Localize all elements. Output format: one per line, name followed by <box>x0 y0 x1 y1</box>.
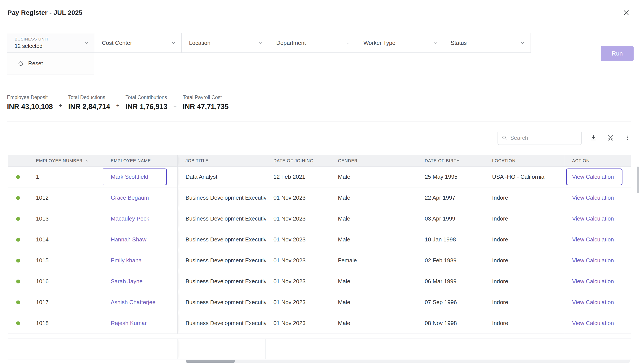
column-header-label: EMPLOYEE NAME <box>111 158 151 163</box>
chevron-down-icon <box>258 40 263 46</box>
plus-operator: + <box>116 102 119 109</box>
cost-center-filter[interactable]: Cost Center <box>94 33 182 52</box>
table-row[interactable]: 1017 Ashish Chatterjee Business Developm… <box>8 292 631 313</box>
view-calculation-link[interactable]: View Calculation <box>572 299 614 306</box>
employee-name-cell[interactable]: Grace Begaum <box>103 188 178 208</box>
action-cell[interactable]: View Calculation <box>564 271 631 292</box>
chevron-down-icon <box>345 40 351 46</box>
gender-column-header[interactable]: GENDER <box>330 155 417 166</box>
action-cell[interactable]: View Calculation <box>564 292 631 312</box>
employee-name-cell[interactable]: Ashish Chatterjee <box>103 292 178 312</box>
view-calculation-link[interactable]: View Calculation <box>572 174 614 180</box>
employee-name-cell[interactable]: Macauley Peck <box>103 208 178 229</box>
employee-name-link[interactable]: Mark Scottfield <box>111 174 148 180</box>
action-cell[interactable]: View Calculation <box>564 188 631 208</box>
table-row[interactable]: 1012 Grace Begaum Business Development E… <box>8 188 631 208</box>
date-of-joining-cell: 01 Nov 2023 <box>266 229 330 250</box>
location-column-header[interactable]: LOCATION <box>484 155 564 166</box>
gender-cell: Male <box>330 166 417 187</box>
table-row[interactable]: 1014 Hannah Shaw Business Development Ex… <box>8 229 631 250</box>
table-row[interactable]: 1015 Emily khana Business Development Ex… <box>8 250 631 271</box>
employee-name-link[interactable]: Emily khana <box>111 257 142 264</box>
gender-cell: Male <box>330 208 417 229</box>
department-filter[interactable]: Department <box>269 33 356 52</box>
vertical-scrollbar-thumb[interactable] <box>637 166 639 193</box>
view-calculation-link[interactable]: View Calculation <box>572 215 614 222</box>
reset-button[interactable]: Reset <box>7 53 94 74</box>
job-title-cell: Business Development Executive <box>178 292 266 312</box>
employee-number-column-header[interactable]: EMPLOYEE NUMBER <box>28 155 103 166</box>
employee-name-cell[interactable]: Hannah Shaw <box>103 229 178 250</box>
status-cell <box>8 229 28 250</box>
action-cell[interactable]: View Calculation <box>564 250 631 271</box>
employee-name-cell[interactable]: Rajesh Kumar <box>103 313 178 334</box>
employee-name-cell[interactable]: Sarah Jayne <box>103 271 178 292</box>
employee-name-link[interactable]: Sarah Jayne <box>111 278 143 285</box>
date-of-joining-column-header[interactable]: DATE OF JOINING <box>266 155 330 166</box>
action-cell[interactable]: View Calculation <box>564 229 631 250</box>
view-calculation-link[interactable]: View Calculation <box>572 194 614 201</box>
summary-value: INR 47,71,735 <box>183 102 229 111</box>
chevron-down-icon <box>84 40 89 46</box>
view-calculation-link[interactable]: View Calculation <box>572 257 614 264</box>
view-calculation-link[interactable]: View Calculation <box>572 278 614 285</box>
date-of-joining-cell: 01 Nov 2023 <box>266 188 330 208</box>
job-title-cell: Business Development Executive <box>178 208 266 229</box>
summary-label: Total Deductions <box>68 94 110 100</box>
action-cell[interactable]: View Calculation <box>564 208 631 229</box>
business-unit-label: BUSINESS UNIT <box>15 37 49 42</box>
action-cell[interactable]: View Calculation <box>564 166 631 187</box>
table-row[interactable]: 1016 Sarah Jayne Business Development Ex… <box>8 271 631 292</box>
column-header-label: DATE OF BIRTH <box>425 158 460 163</box>
job-title-cell: Business Development Executive <box>178 250 266 271</box>
download-button[interactable] <box>588 132 599 143</box>
date-of-birth-cell: 06 Mar 1999 <box>417 271 484 292</box>
status-dot <box>16 259 20 262</box>
summary-value: INR 2,84,714 <box>68 102 110 111</box>
table-row[interactable]: 1 Mark Scottfield Data Analyst 12 Feb 20… <box>8 166 631 188</box>
date-of-joining-cell: 01 Nov 2023 <box>266 250 330 271</box>
search-box[interactable] <box>498 131 582 145</box>
employee-name-cell[interactable]: Emily khana <box>103 250 178 271</box>
horizontal-scrollbar-thumb[interactable] <box>186 360 235 363</box>
employee-name-link[interactable]: Ashish Chatterjee <box>111 299 155 306</box>
close-button[interactable] <box>620 7 632 18</box>
status-dot <box>16 280 20 284</box>
action-cell[interactable]: View Calculation <box>564 313 631 334</box>
date-of-birth-column-header[interactable]: DATE OF BIRTH <box>417 155 484 166</box>
status-cell <box>8 313 28 334</box>
status-filter[interactable]: Status <box>443 33 530 52</box>
employee-name-link[interactable]: Grace Begaum <box>111 194 149 201</box>
search-input[interactable] <box>510 134 578 141</box>
equals-operator: = <box>173 102 177 109</box>
location-filter[interactable]: Location <box>182 33 269 52</box>
date-of-birth-cell: 03 Apr 1999 <box>417 208 484 229</box>
table-row[interactable]: 1013 Macauley Peck Business Development … <box>8 208 631 229</box>
employee-name-link[interactable]: Macauley Peck <box>111 215 149 222</box>
table-row[interactable]: 1018 Rajesh Kumar Business Development E… <box>8 313 631 334</box>
job-title-cell: Business Development Executive <box>178 188 266 208</box>
job-title-column-header[interactable]: JOB TITLE <box>178 155 266 166</box>
cut-columns-button[interactable] <box>605 132 616 143</box>
view-calculation-link[interactable]: View Calculation <box>572 320 614 326</box>
employee-name-link[interactable]: Rajesh Kumar <box>111 320 147 326</box>
more-options-button[interactable] <box>622 132 633 143</box>
run-button[interactable]: Run <box>601 46 633 62</box>
date-of-joining-cell: 12 Feb 2021 <box>266 166 330 187</box>
employee-name-link[interactable]: Hannah Shaw <box>111 236 146 243</box>
date-of-joining-cell: 01 Nov 2023 <box>266 208 330 229</box>
employee-name-cell[interactable]: Mark Scottfield <box>103 166 178 187</box>
column-header-label: ACTION <box>572 158 589 163</box>
date-of-birth-cell: 02 Feb 1989 <box>417 250 484 271</box>
employee-name-column-header[interactable]: EMPLOYEE NAME <box>103 155 178 166</box>
view-calculation-link[interactable]: View Calculation <box>572 236 614 243</box>
business-unit-filter[interactable]: BUSINESS UNIT 12 selected <box>7 33 94 52</box>
reset-label: Reset <box>28 60 43 67</box>
status-label: Status <box>451 40 467 46</box>
job-title-cell: Business Development Executive <box>178 271 266 292</box>
employee-number-cell: 1014 <box>28 229 103 250</box>
horizontal-scrollbar[interactable] <box>186 360 630 363</box>
worker-type-label: Worker Type <box>363 40 395 46</box>
worker-type-filter[interactable]: Worker Type <box>356 33 443 52</box>
filter-strip: BUSINESS UNIT 12 selected Cost Center Lo… <box>7 33 531 53</box>
